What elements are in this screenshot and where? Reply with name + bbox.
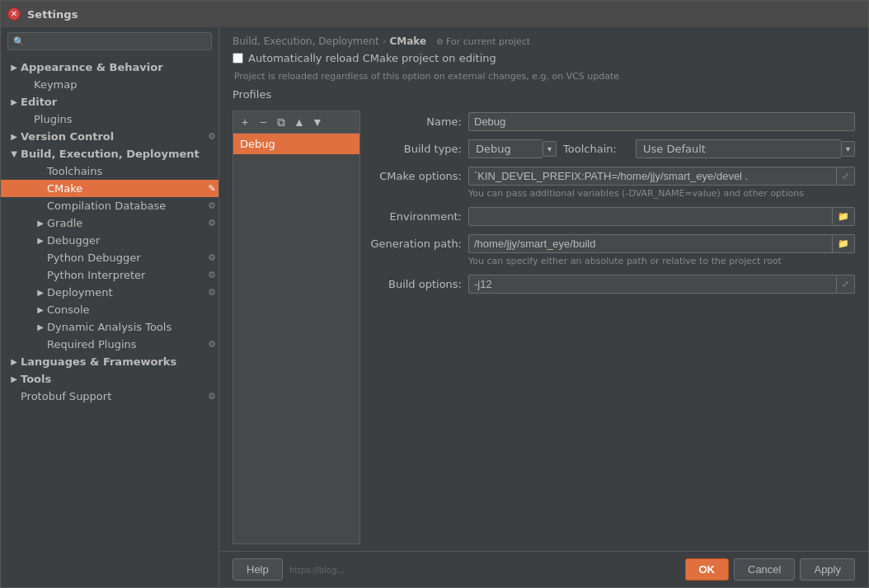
sidebar-item-required-plugins[interactable]: Required Plugins ⚙ (1, 336, 218, 353)
settings-icon: ⚙ (205, 339, 218, 350)
sidebar-item-label: Compilation Database (47, 200, 205, 212)
cmake-options-label: CMake options: (367, 170, 462, 182)
right-panel: Build, Execution, Deployment › CMake ⚙ F… (219, 27, 868, 587)
generation-path-browse-btn[interactable]: 📁 (833, 234, 855, 253)
cmake-options-row: CMake options: ⤢ (367, 167, 855, 186)
arrow-icon: ▶ (7, 132, 21, 141)
build-options-row: Build options: ⤢ (367, 275, 855, 294)
sidebar-item-cmake[interactable]: CMake ✎ (1, 180, 218, 197)
project-icon: ⚙ (436, 37, 444, 46)
auto-reload-row: Automatically reload CMake project on ed… (233, 52, 855, 64)
arrow-icon: ▶ (7, 63, 21, 72)
apply-button[interactable]: Apply (800, 558, 855, 581)
titlebar: ✕ Settings (1, 1, 868, 27)
sidebar-item-label: Protobuf Support (21, 390, 205, 402)
sidebar-item-debugger[interactable]: ▶ Debugger (1, 232, 218, 249)
environment-input[interactable] (468, 207, 833, 226)
settings-icon: ⚙ (205, 252, 218, 263)
sidebar-item-label: Dynamic Analysis Tools (47, 321, 218, 333)
sidebar-item-python-interpreter[interactable]: Python Interpreter ⚙ (1, 266, 218, 284)
remove-profile-button[interactable]: − (255, 114, 271, 130)
profiles-list-panel: + − ⧉ ▲ ▼ Debug (233, 111, 360, 544)
cmake-options-expand-btn[interactable]: ⤢ (837, 167, 855, 186)
breadcrumb: Build, Execution, Deployment › CMake ⚙ F… (219, 27, 868, 52)
sidebar-item-compilation-db[interactable]: Compilation Database ⚙ (1, 197, 218, 214)
sidebar-item-build[interactable]: ▼ Build, Execution, Deployment (1, 145, 218, 162)
sidebar-item-dynamic-analysis[interactable]: ▶ Dynamic Analysis Tools (1, 318, 218, 336)
generation-path-field-wrap: 📁 (468, 234, 855, 253)
generation-path-label: Generation path: (367, 238, 462, 250)
profiles-form: Name: Build type: Debug ▾ Toolchain: (367, 111, 855, 544)
profile-item[interactable]: Debug (233, 134, 359, 154)
main-content: 🔍 ▶ Appearance & Behavior Keymap ▶ Edito… (1, 27, 868, 587)
auto-reload-checkbox[interactable] (233, 53, 243, 64)
name-input[interactable] (468, 112, 855, 131)
sidebar-item-gradle[interactable]: ▶ Gradle ⚙ (1, 214, 218, 232)
environment-row: Environment: 📁 (367, 207, 855, 226)
arrow-icon: ▶ (34, 288, 47, 297)
move-down-button[interactable]: ▼ (309, 114, 326, 130)
sidebar-item-console[interactable]: ▶ Console (1, 301, 218, 318)
build-type-select-wrapper: Debug ▾ (468, 139, 557, 158)
build-options-expand-btn[interactable]: ⤢ (837, 275, 855, 294)
sidebar-tree: ▶ Appearance & Behavior Keymap ▶ Editor … (1, 55, 218, 587)
sidebar-item-toolchains[interactable]: Toolchains (1, 162, 218, 180)
search-input[interactable] (28, 35, 206, 47)
environment-label: Environment: (367, 210, 462, 223)
move-up-button[interactable]: ▲ (291, 114, 308, 130)
add-profile-button[interactable]: + (237, 114, 253, 130)
generation-path-row: Generation path: 📁 (367, 234, 855, 253)
build-options-input[interactable] (468, 275, 837, 294)
arrow-icon: ▶ (7, 374, 21, 383)
sidebar-item-appearance[interactable]: ▶ Appearance & Behavior (1, 59, 218, 76)
cmake-options-field-wrap: ⤢ (468, 167, 855, 186)
sidebar-item-plugins[interactable]: Plugins (1, 111, 218, 128)
toolchain-value: Use Default (636, 139, 841, 158)
sidebar-item-label: Debugger (47, 234, 218, 247)
settings-icon: ⚙ (205, 218, 218, 228)
sidebar-item-label: Python Debugger (47, 252, 205, 264)
name-label: Name: (367, 115, 462, 128)
window-title: Settings (27, 8, 78, 21)
generation-path-hint: You can specify either an absolute path … (367, 256, 855, 266)
copy-profile-button[interactable]: ⧉ (273, 114, 289, 130)
build-type-dropdown-btn[interactable]: ▾ (543, 141, 557, 157)
sidebar: 🔍 ▶ Appearance & Behavior Keymap ▶ Edito… (1, 27, 219, 587)
toolchain-dropdown-btn[interactable]: ▾ (841, 141, 855, 157)
arrow-icon: ▶ (34, 305, 47, 314)
sidebar-item-label: CMake (47, 182, 205, 195)
sidebar-item-label: Languages & Frameworks (21, 355, 218, 368)
sidebar-item-deployment[interactable]: ▶ Deployment ⚙ (1, 284, 218, 301)
profiles-label: Profiles (233, 88, 855, 101)
arrow-icon: ▶ (34, 322, 47, 332)
sidebar-item-languages[interactable]: ▶ Languages & Frameworks (1, 353, 218, 370)
ok-button[interactable]: OK (685, 558, 730, 581)
auto-reload-label: Automatically reload CMake project on ed… (248, 52, 496, 64)
cmake-options-input[interactable] (468, 167, 837, 186)
arrow-icon: ▶ (34, 236, 47, 245)
arrow-icon: ▶ (7, 97, 21, 106)
help-button[interactable]: Help (233, 558, 283, 581)
sidebar-item-protobuf[interactable]: Protobuf Support ⚙ (1, 388, 218, 405)
generation-path-section: Generation path: 📁 You can specify eithe… (367, 234, 855, 266)
bottom-bar: Help https://blog... OK Cancel Apply (219, 551, 868, 587)
sidebar-item-label: Appearance & Behavior (21, 61, 218, 73)
build-type-label: Build type: (367, 143, 462, 155)
environment-browse-btn[interactable]: 📁 (833, 207, 855, 226)
search-box[interactable]: 🔍 (7, 32, 212, 50)
sidebar-item-python-debugger[interactable]: Python Debugger ⚙ (1, 249, 218, 266)
sidebar-item-label: Required Plugins (47, 338, 205, 350)
sidebar-item-editor[interactable]: ▶ Editor (1, 93, 218, 111)
auto-reload-hint: Project is reloaded regardless of this o… (233, 71, 855, 82)
settings-window: ✕ Settings 🔍 ▶ Appearance & Behavior Key… (0, 0, 869, 588)
sidebar-item-tools[interactable]: ▶ Tools (1, 370, 218, 388)
bottom-left: Help https://blog... (233, 558, 345, 581)
cmake-options-section: CMake options: ⤢ You can pass additional… (367, 167, 855, 199)
sidebar-item-version-control[interactable]: ▶ Version Control ⚙ (1, 128, 218, 145)
cancel-button[interactable]: Cancel (734, 558, 795, 581)
generation-path-input[interactable] (468, 234, 833, 253)
close-button[interactable]: ✕ (7, 7, 21, 21)
sidebar-item-keymap[interactable]: Keymap (1, 76, 218, 93)
sidebar-item-label: Gradle (47, 217, 205, 229)
profiles-container: + − ⧉ ▲ ▼ Debug N (233, 111, 855, 544)
